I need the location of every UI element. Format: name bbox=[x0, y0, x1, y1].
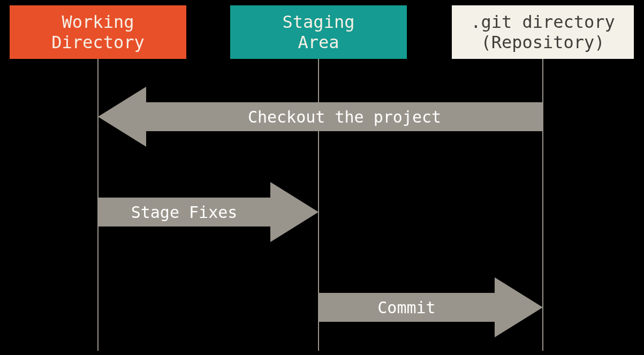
arrow-commit-label: Commit bbox=[319, 293, 495, 322]
arrow-stage-label: Stage Fixes bbox=[98, 198, 270, 226]
node-staging-area: Staging Area bbox=[230, 5, 407, 59]
arrow-right-icon bbox=[495, 277, 543, 337]
arrow-left-icon bbox=[98, 87, 146, 147]
node-working-directory: Working Directory bbox=[10, 5, 186, 59]
arrow-checkout-label: Checkout the project bbox=[146, 102, 543, 131]
arrow-right-icon bbox=[270, 182, 319, 242]
node-git-directory: .git directory (Repository) bbox=[452, 5, 634, 59]
